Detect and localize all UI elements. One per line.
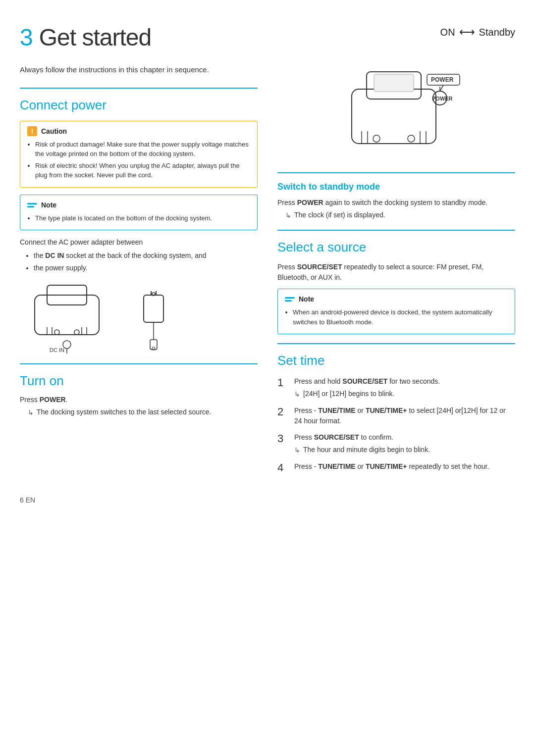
step-num-1: 1	[277, 376, 289, 389]
svg-line-32	[440, 85, 443, 91]
step-num-3: 3	[277, 432, 289, 445]
note-label-1: Note	[41, 200, 56, 210]
connect-illustration: DC IN	[20, 280, 258, 354]
step-num-2: 2	[277, 405, 289, 418]
arrow-icon: ⟷	[459, 24, 475, 40]
svg-text:POWER: POWER	[432, 96, 453, 101]
set-time-steps: 1 Press and hold SOURCE/SET for two seco…	[277, 376, 515, 474]
chapter-title: Get started	[39, 24, 151, 50]
note-list-1: The type plate is located on the bottom …	[27, 213, 250, 223]
right-column: POWER POWER Switch to standby mode Press…	[277, 64, 515, 480]
arrow-sym-2: ↳	[285, 210, 291, 221]
note-list-2: When an android-powered device is docked…	[285, 307, 508, 327]
standby-title: Switch to standby mode	[277, 180, 515, 194]
step-4: 4 Press - TUNE/TIME or TUNE/TIME+ repeat…	[277, 461, 515, 474]
connect-power-divider	[20, 88, 258, 89]
note-icon-2	[285, 295, 295, 304]
arrow-sym-1: ↳	[28, 407, 34, 418]
svg-point-22	[408, 135, 415, 142]
step-2: 2 Press - TUNE/TIME or TUNE/TIME+ to sel…	[277, 405, 515, 426]
standby-press-text: Press POWER again to switch the docking …	[277, 198, 515, 208]
caution-item-2: Risk of electric shock! When you unplug …	[35, 161, 250, 180]
page-footer: 6 EN	[20, 495, 515, 505]
step-3: 3 Press SOURCE/SET to confirm. ↳ The hou…	[277, 432, 515, 455]
svg-text:POWER: POWER	[431, 76, 454, 83]
note-item-2: When an android-powered device is docked…	[293, 307, 508, 327]
svg-rect-20	[374, 74, 414, 92]
standby-divider	[277, 172, 515, 173]
on-standby-label: ON ⟷ Standby	[440, 24, 515, 40]
page-header: 3Get started ON ⟷ Standby	[20, 20, 515, 55]
step-1-arrow: ↳ [24H] or [12H] begins to blink.	[294, 389, 515, 400]
caution-list: Risk of product damage! Make sure that t…	[27, 140, 250, 180]
step-content-2: Press - TUNE/TIME or TUNE/TIME+ to selec…	[294, 405, 515, 426]
svg-point-21	[373, 135, 380, 142]
chapter-heading: 3Get started	[20, 20, 151, 55]
main-content: Always follow the instructions in this c…	[20, 64, 515, 480]
svg-point-3	[74, 330, 79, 335]
note-box-1: Note The type plate is located on the bo…	[20, 195, 258, 231]
caution-icon: !	[27, 126, 37, 136]
svg-rect-11	[144, 295, 163, 322]
connect-item-2: the power supply.	[34, 263, 258, 273]
turn-on-arrow-text: The docking system switches to the last …	[37, 407, 212, 417]
page-number: 6	[20, 496, 24, 504]
turn-on-divider	[20, 363, 258, 364]
on-label: ON	[440, 25, 455, 40]
svg-rect-16	[150, 340, 157, 350]
power-supply-svg	[134, 290, 173, 354]
power-diagram-svg: POWER POWER	[322, 64, 471, 163]
svg-rect-18	[352, 89, 436, 144]
step-3-arrow: ↳ The hour and minute digits begin to bl…	[294, 445, 515, 455]
caution-header: ! Caution	[27, 126, 250, 137]
caution-box: ! Caution Risk of product damage! Make s…	[20, 121, 258, 188]
step-content-1: Press and hold SOURCE/SET for two second…	[294, 376, 515, 400]
power-diagram: POWER POWER	[277, 64, 515, 163]
standby-result: ↳ The clock (if set) is displayed.	[285, 210, 515, 221]
svg-rect-0	[35, 295, 99, 335]
note-box-2: Note When an android-powered device is d…	[277, 289, 515, 334]
note-item-1: The type plate is located on the bottom …	[35, 213, 250, 223]
note-icon-1	[27, 201, 37, 209]
turn-on-title: Turn on	[20, 371, 258, 391]
caution-item-1: Risk of product damage! Make sure that t…	[35, 140, 250, 159]
turn-on-press-text: Press POWER.	[20, 395, 258, 405]
connect-item-1: the DC IN socket at the back of the dock…	[34, 251, 258, 261]
step-num-4: 4	[277, 461, 289, 474]
svg-point-2	[54, 330, 59, 335]
page-lang: EN	[26, 496, 35, 504]
source-text: Press SOURCE/SET repeatedly to select a …	[277, 262, 515, 283]
connect-text: Connect the AC power adapter between	[20, 237, 258, 248]
select-source-divider	[277, 230, 515, 231]
dock-connect-svg: DC IN	[20, 280, 124, 354]
step-content-3: Press SOURCE/SET to confirm. ↳ The hour …	[294, 432, 515, 455]
note-header-1: Note	[27, 200, 250, 210]
note-header-2: Note	[285, 294, 508, 304]
standby-arrow-text: The clock (if set) is displayed.	[294, 210, 385, 220]
set-time-title: Set time	[277, 351, 515, 370]
connect-list: the DC IN socket at the back of the dock…	[20, 251, 258, 273]
left-column: Always follow the instructions in this c…	[20, 64, 258, 480]
chapter-number: 3	[20, 24, 33, 50]
turn-on-result: ↳ The docking system switches to the las…	[28, 407, 258, 418]
set-time-divider	[277, 343, 515, 344]
intro-text: Always follow the instructions in this c…	[20, 64, 248, 76]
step-content-4: Press - TUNE/TIME or TUNE/TIME+ repeated…	[294, 461, 515, 472]
step-1: 1 Press and hold SOURCE/SET for two seco…	[277, 376, 515, 400]
select-source-title: Select a source	[277, 238, 515, 257]
standby-label: Standby	[479, 25, 515, 40]
caution-label: Caution	[41, 126, 67, 137]
connect-power-title: Connect power	[20, 96, 258, 115]
svg-text:DC IN: DC IN	[50, 347, 64, 353]
note-label-2: Note	[299, 294, 314, 304]
